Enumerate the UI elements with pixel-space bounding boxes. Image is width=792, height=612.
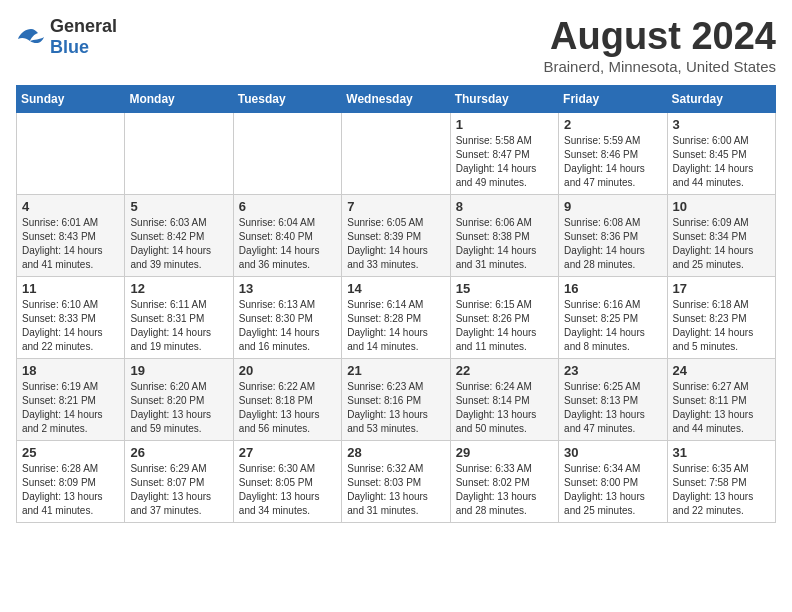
day-info: Sunrise: 6:23 AM Sunset: 8:16 PM Dayligh… — [347, 380, 444, 436]
calendar-cell: 16Sunrise: 6:16 AM Sunset: 8:25 PM Dayli… — [559, 276, 667, 358]
calendar-cell: 20Sunrise: 6:22 AM Sunset: 8:18 PM Dayli… — [233, 358, 341, 440]
day-number: 7 — [347, 199, 444, 214]
logo: General Blue — [16, 16, 117, 58]
calendar-cell: 8Sunrise: 6:06 AM Sunset: 8:38 PM Daylig… — [450, 194, 558, 276]
day-info: Sunrise: 6:28 AM Sunset: 8:09 PM Dayligh… — [22, 462, 119, 518]
day-header-monday: Monday — [125, 85, 233, 112]
logo-bird-icon — [16, 25, 46, 49]
day-header-saturday: Saturday — [667, 85, 775, 112]
day-info: Sunrise: 6:27 AM Sunset: 8:11 PM Dayligh… — [673, 380, 770, 436]
calendar-cell: 10Sunrise: 6:09 AM Sunset: 8:34 PM Dayli… — [667, 194, 775, 276]
calendar-cell: 11Sunrise: 6:10 AM Sunset: 8:33 PM Dayli… — [17, 276, 125, 358]
calendar-cell: 25Sunrise: 6:28 AM Sunset: 8:09 PM Dayli… — [17, 440, 125, 522]
day-number: 16 — [564, 281, 661, 296]
day-number: 3 — [673, 117, 770, 132]
calendar-cell: 6Sunrise: 6:04 AM Sunset: 8:40 PM Daylig… — [233, 194, 341, 276]
day-number: 25 — [22, 445, 119, 460]
day-number: 29 — [456, 445, 553, 460]
day-info: Sunrise: 6:32 AM Sunset: 8:03 PM Dayligh… — [347, 462, 444, 518]
calendar-week-row: 4Sunrise: 6:01 AM Sunset: 8:43 PM Daylig… — [17, 194, 776, 276]
day-header-sunday: Sunday — [17, 85, 125, 112]
day-info: Sunrise: 6:11 AM Sunset: 8:31 PM Dayligh… — [130, 298, 227, 354]
day-info: Sunrise: 6:20 AM Sunset: 8:20 PM Dayligh… — [130, 380, 227, 436]
day-info: Sunrise: 6:05 AM Sunset: 8:39 PM Dayligh… — [347, 216, 444, 272]
day-number: 14 — [347, 281, 444, 296]
calendar-cell: 21Sunrise: 6:23 AM Sunset: 8:16 PM Dayli… — [342, 358, 450, 440]
calendar-week-row: 11Sunrise: 6:10 AM Sunset: 8:33 PM Dayli… — [17, 276, 776, 358]
logo-text: General Blue — [50, 16, 117, 58]
day-number: 1 — [456, 117, 553, 132]
calendar-cell: 19Sunrise: 6:20 AM Sunset: 8:20 PM Dayli… — [125, 358, 233, 440]
day-number: 28 — [347, 445, 444, 460]
calendar-cell — [342, 112, 450, 194]
calendar-week-row: 18Sunrise: 6:19 AM Sunset: 8:21 PM Dayli… — [17, 358, 776, 440]
main-title: August 2024 — [543, 16, 776, 58]
day-number: 6 — [239, 199, 336, 214]
day-number: 2 — [564, 117, 661, 132]
day-number: 4 — [22, 199, 119, 214]
day-number: 30 — [564, 445, 661, 460]
day-number: 13 — [239, 281, 336, 296]
day-header-friday: Friday — [559, 85, 667, 112]
day-info: Sunrise: 6:13 AM Sunset: 8:30 PM Dayligh… — [239, 298, 336, 354]
calendar-cell: 7Sunrise: 6:05 AM Sunset: 8:39 PM Daylig… — [342, 194, 450, 276]
day-info: Sunrise: 6:25 AM Sunset: 8:13 PM Dayligh… — [564, 380, 661, 436]
day-number: 19 — [130, 363, 227, 378]
day-info: Sunrise: 6:14 AM Sunset: 8:28 PM Dayligh… — [347, 298, 444, 354]
calendar-cell: 5Sunrise: 6:03 AM Sunset: 8:42 PM Daylig… — [125, 194, 233, 276]
calendar-cell: 14Sunrise: 6:14 AM Sunset: 8:28 PM Dayli… — [342, 276, 450, 358]
day-info: Sunrise: 5:58 AM Sunset: 8:47 PM Dayligh… — [456, 134, 553, 190]
day-number: 10 — [673, 199, 770, 214]
day-header-tuesday: Tuesday — [233, 85, 341, 112]
day-number: 17 — [673, 281, 770, 296]
day-number: 15 — [456, 281, 553, 296]
calendar-cell — [17, 112, 125, 194]
calendar-cell — [125, 112, 233, 194]
day-info: Sunrise: 6:19 AM Sunset: 8:21 PM Dayligh… — [22, 380, 119, 436]
calendar-cell: 4Sunrise: 6:01 AM Sunset: 8:43 PM Daylig… — [17, 194, 125, 276]
day-info: Sunrise: 6:10 AM Sunset: 8:33 PM Dayligh… — [22, 298, 119, 354]
day-info: Sunrise: 6:04 AM Sunset: 8:40 PM Dayligh… — [239, 216, 336, 272]
title-area: August 2024 Brainerd, Minnesota, United … — [543, 16, 776, 75]
calendar-cell: 12Sunrise: 6:11 AM Sunset: 8:31 PM Dayli… — [125, 276, 233, 358]
calendar-cell: 18Sunrise: 6:19 AM Sunset: 8:21 PM Dayli… — [17, 358, 125, 440]
day-info: Sunrise: 6:06 AM Sunset: 8:38 PM Dayligh… — [456, 216, 553, 272]
day-header-wednesday: Wednesday — [342, 85, 450, 112]
day-number: 22 — [456, 363, 553, 378]
calendar-cell — [233, 112, 341, 194]
day-info: Sunrise: 6:16 AM Sunset: 8:25 PM Dayligh… — [564, 298, 661, 354]
calendar-cell: 2Sunrise: 5:59 AM Sunset: 8:46 PM Daylig… — [559, 112, 667, 194]
calendar-cell: 13Sunrise: 6:13 AM Sunset: 8:30 PM Dayli… — [233, 276, 341, 358]
calendar-header-row: SundayMondayTuesdayWednesdayThursdayFrid… — [17, 85, 776, 112]
calendar-cell: 31Sunrise: 6:35 AM Sunset: 7:58 PM Dayli… — [667, 440, 775, 522]
day-number: 12 — [130, 281, 227, 296]
day-info: Sunrise: 6:01 AM Sunset: 8:43 PM Dayligh… — [22, 216, 119, 272]
day-info: Sunrise: 6:03 AM Sunset: 8:42 PM Dayligh… — [130, 216, 227, 272]
day-info: Sunrise: 6:24 AM Sunset: 8:14 PM Dayligh… — [456, 380, 553, 436]
day-info: Sunrise: 6:15 AM Sunset: 8:26 PM Dayligh… — [456, 298, 553, 354]
day-number: 26 — [130, 445, 227, 460]
calendar-cell: 23Sunrise: 6:25 AM Sunset: 8:13 PM Dayli… — [559, 358, 667, 440]
day-info: Sunrise: 6:33 AM Sunset: 8:02 PM Dayligh… — [456, 462, 553, 518]
day-info: Sunrise: 6:35 AM Sunset: 7:58 PM Dayligh… — [673, 462, 770, 518]
calendar-cell: 27Sunrise: 6:30 AM Sunset: 8:05 PM Dayli… — [233, 440, 341, 522]
day-number: 20 — [239, 363, 336, 378]
day-info: Sunrise: 6:08 AM Sunset: 8:36 PM Dayligh… — [564, 216, 661, 272]
day-info: Sunrise: 5:59 AM Sunset: 8:46 PM Dayligh… — [564, 134, 661, 190]
day-info: Sunrise: 6:34 AM Sunset: 8:00 PM Dayligh… — [564, 462, 661, 518]
day-number: 11 — [22, 281, 119, 296]
day-number: 31 — [673, 445, 770, 460]
subtitle: Brainerd, Minnesota, United States — [543, 58, 776, 75]
day-info: Sunrise: 6:29 AM Sunset: 8:07 PM Dayligh… — [130, 462, 227, 518]
day-info: Sunrise: 6:30 AM Sunset: 8:05 PM Dayligh… — [239, 462, 336, 518]
calendar-cell: 1Sunrise: 5:58 AM Sunset: 8:47 PM Daylig… — [450, 112, 558, 194]
day-number: 9 — [564, 199, 661, 214]
logo-general: General — [50, 16, 117, 36]
day-info: Sunrise: 6:00 AM Sunset: 8:45 PM Dayligh… — [673, 134, 770, 190]
calendar-cell: 29Sunrise: 6:33 AM Sunset: 8:02 PM Dayli… — [450, 440, 558, 522]
calendar-table: SundayMondayTuesdayWednesdayThursdayFrid… — [16, 85, 776, 523]
day-info: Sunrise: 6:18 AM Sunset: 8:23 PM Dayligh… — [673, 298, 770, 354]
header: General Blue August 2024 Brainerd, Minne… — [16, 16, 776, 75]
day-header-thursday: Thursday — [450, 85, 558, 112]
calendar-cell: 3Sunrise: 6:00 AM Sunset: 8:45 PM Daylig… — [667, 112, 775, 194]
